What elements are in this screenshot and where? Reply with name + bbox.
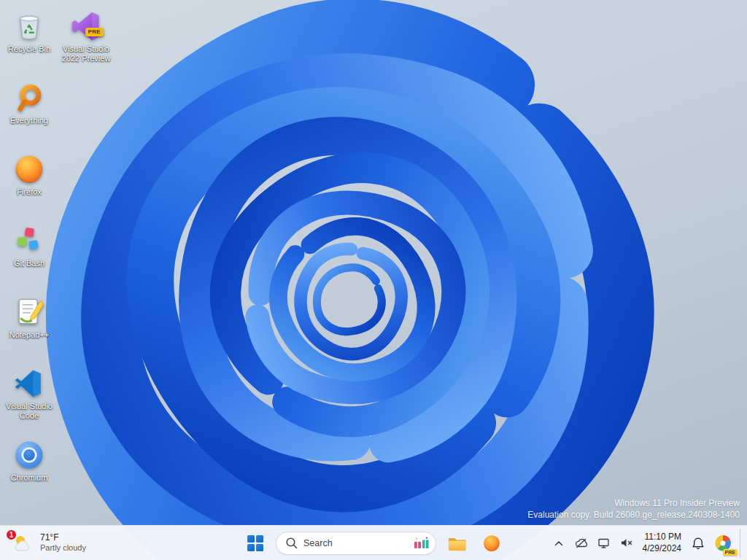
file-explorer-button[interactable] (442, 529, 471, 558)
desktop-icon-label: Notepad++ (9, 330, 49, 340)
start-button[interactable] (241, 529, 270, 558)
taskbar: 1 71°F Partly cloudy Search (0, 525, 747, 560)
show-desktop-button[interactable] (740, 529, 744, 558)
firefox-icon (482, 534, 501, 553)
desktop-icon-vscode[interactable]: Visual Studio Code (1, 368, 57, 421)
network-status-button[interactable] (593, 530, 614, 556)
tray-preview-app-button[interactable]: PRE (713, 534, 732, 553)
clock-time: 11:10 PM (645, 532, 681, 543)
evaluation-watermark: Windows 11 Pro Insider Preview Evaluatio… (527, 497, 740, 521)
pre-badge: PRE (85, 28, 104, 36)
notification-center-button[interactable] (687, 530, 709, 556)
volume-button[interactable] (616, 530, 637, 556)
chromium-icon (13, 439, 45, 471)
desktop-icon-label: Firefox (17, 187, 42, 197)
desktop-icon-firefox[interactable]: Firefox (1, 153, 57, 197)
watermark-line2: Evaluation copy. Build 26080.ge_release.… (527, 509, 740, 521)
tray-clock[interactable]: 11:10 PM 4/29/2024 (638, 532, 686, 554)
tray-overflow-button[interactable] (549, 530, 569, 556)
firefox-icon (13, 153, 45, 185)
onedrive-status-button[interactable] (570, 530, 592, 556)
clock-date: 4/29/2024 (643, 543, 681, 555)
widgets-button[interactable]: 1 71°F Partly cloudy (4, 529, 93, 556)
cloud-slash-icon (575, 537, 587, 549)
desktop-icon-git-bash[interactable]: Git Bash (1, 225, 57, 268)
vscode-icon (13, 368, 45, 400)
windows-logo-icon (247, 535, 263, 551)
search-box[interactable]: Search (276, 532, 436, 555)
git-bash-icon (13, 225, 45, 257)
desktop-icon-label: Git Bash (14, 259, 44, 268)
recycle-bin-icon (13, 10, 45, 42)
wallpaper-bloom (0, 0, 747, 560)
desktop-icon-everything[interactable]: Everything (1, 82, 57, 125)
desktop-icon-recycle-bin[interactable]: Recycle Bin (1, 10, 57, 54)
desktop-icon-label: Chromium (11, 473, 48, 483)
weather-temperature: 71°F (40, 532, 86, 543)
desktop-icon-chromium[interactable]: Chromium (1, 439, 57, 483)
folder-icon (447, 534, 467, 553)
watermark-line1: Windows 11 Pro Insider Preview (527, 497, 740, 509)
desktop-icon-visual-studio-preview[interactable]: PRE Visual Studio 2022 Preview (58, 10, 114, 63)
everything-icon (13, 82, 45, 114)
bell-icon (692, 537, 705, 550)
notification-count-badge: 1 (5, 529, 18, 541)
chevron-up-icon (553, 538, 565, 548)
volume-muted-icon (620, 537, 632, 548)
desktop-icon-label: Visual Studio Code (1, 402, 57, 421)
weather-condition: Partly cloudy (40, 543, 86, 553)
search-icon (285, 537, 298, 549)
pre-badge: PRE (723, 549, 738, 556)
desktop-icon-notepadpp[interactable]: Notepad++ (1, 296, 57, 340)
visual-studio-icon: PRE (70, 10, 102, 42)
ethernet-icon (597, 537, 610, 549)
desktop-icon-label: Everything (10, 116, 48, 125)
search-highlight-gifts-icon (414, 537, 430, 550)
firefox-taskbar-button[interactable] (477, 529, 506, 558)
desktop-icon-label: Visual Studio 2022 Preview (58, 44, 114, 63)
desktop-icon-label: Recycle Bin (8, 44, 50, 54)
search-placeholder: Search (303, 538, 408, 548)
notepadpp-icon (13, 296, 45, 328)
